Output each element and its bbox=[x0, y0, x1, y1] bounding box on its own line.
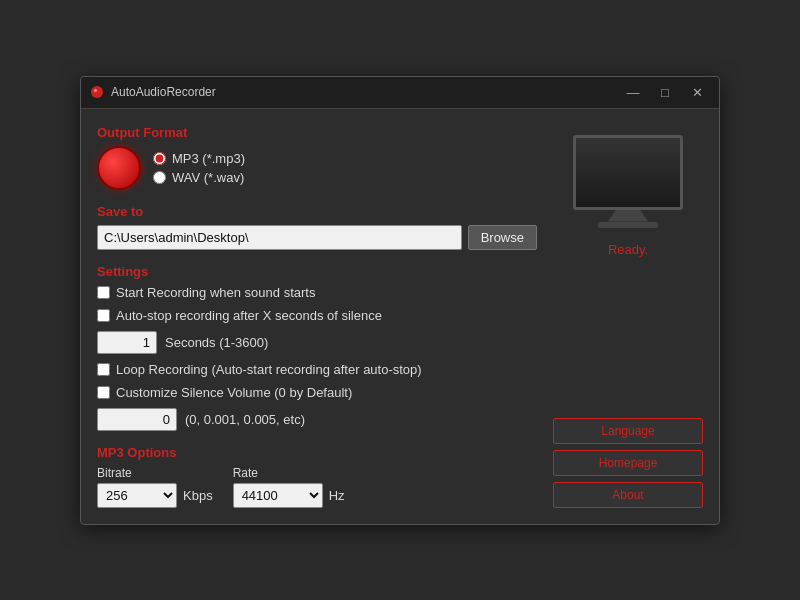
rate-group: Rate 8000 11025 22050 44100 48000 Hz bbox=[233, 466, 345, 508]
window-controls: — □ ✕ bbox=[619, 82, 711, 102]
loop-recording-option[interactable]: Loop Recording (Auto-start recording aft… bbox=[97, 362, 537, 377]
silence-hint: (0, 0.001, 0.005, etc) bbox=[185, 412, 305, 427]
wav-label: WAV (*.wav) bbox=[172, 170, 244, 185]
left-panel: Output Format MP3 (*.mp3) WAV (*.wav) Sa… bbox=[97, 125, 537, 508]
path-row: Browse bbox=[97, 225, 537, 250]
save-to-header: Save to bbox=[97, 204, 537, 219]
main-window: AutoAudioRecorder — □ ✕ Output Format MP… bbox=[80, 76, 720, 525]
bitrate-row: 32 64 96 128 192 256 320 Kbps bbox=[97, 483, 213, 508]
titlebar: AutoAudioRecorder — □ ✕ bbox=[81, 77, 719, 109]
auto-stop-label: Auto-stop recording after X seconds of s… bbox=[116, 308, 382, 323]
output-format-section: MP3 (*.mp3) WAV (*.wav) bbox=[97, 146, 537, 190]
bitrate-unit: Kbps bbox=[183, 488, 213, 503]
silence-volume-option[interactable]: Customize Silence Volume (0 by Default) bbox=[97, 385, 537, 400]
about-button[interactable]: About bbox=[553, 482, 703, 508]
silence-input[interactable] bbox=[97, 408, 177, 431]
bitrate-label: Bitrate bbox=[97, 466, 213, 480]
rate-row: 8000 11025 22050 44100 48000 Hz bbox=[233, 483, 345, 508]
app-icon bbox=[89, 84, 105, 100]
content-area: Output Format MP3 (*.mp3) WAV (*.wav) Sa… bbox=[81, 109, 719, 524]
mp3-label: MP3 (*.mp3) bbox=[172, 151, 245, 166]
homepage-button[interactable]: Homepage bbox=[553, 450, 703, 476]
seconds-label: Seconds (1-3600) bbox=[165, 335, 268, 350]
silence-volume-label: Customize Silence Volume (0 by Default) bbox=[116, 385, 352, 400]
svg-point-0 bbox=[91, 86, 103, 98]
auto-stop-option[interactable]: Auto-stop recording after X seconds of s… bbox=[97, 308, 537, 323]
rate-unit: Hz bbox=[329, 488, 345, 503]
silence-volume-checkbox[interactable] bbox=[97, 386, 110, 399]
format-options: MP3 (*.mp3) WAV (*.wav) bbox=[153, 151, 245, 185]
bitrate-group: Bitrate 32 64 96 128 192 256 320 bbox=[97, 466, 213, 508]
save-path-input[interactable] bbox=[97, 225, 462, 250]
right-buttons: Language Homepage About bbox=[553, 418, 703, 508]
seconds-row: Seconds (1-3600) bbox=[97, 331, 537, 354]
save-to-section: Save to Browse bbox=[97, 204, 537, 250]
wav-option[interactable]: WAV (*.wav) bbox=[153, 170, 245, 185]
bitrate-select[interactable]: 32 64 96 128 192 256 320 bbox=[97, 483, 177, 508]
mp3-fields: Bitrate 32 64 96 128 192 256 320 bbox=[97, 466, 537, 508]
maximize-button[interactable]: □ bbox=[651, 82, 679, 102]
settings-section: Settings Start Recording when sound star… bbox=[97, 264, 537, 431]
browse-button[interactable]: Browse bbox=[468, 225, 537, 250]
silence-value-row: (0, 0.001, 0.005, etc) bbox=[97, 408, 537, 431]
output-format-header: Output Format bbox=[97, 125, 537, 140]
start-recording-checkbox[interactable] bbox=[97, 286, 110, 299]
start-recording-label: Start Recording when sound starts bbox=[116, 285, 315, 300]
mp3-option[interactable]: MP3 (*.mp3) bbox=[153, 151, 245, 166]
auto-stop-checkbox[interactable] bbox=[97, 309, 110, 322]
mp3-radio[interactable] bbox=[153, 152, 166, 165]
rate-select[interactable]: 8000 11025 22050 44100 48000 bbox=[233, 483, 323, 508]
svg-point-1 bbox=[94, 89, 97, 92]
monitor-base bbox=[598, 222, 658, 228]
close-button[interactable]: ✕ bbox=[683, 82, 711, 102]
monitor-screen bbox=[573, 135, 683, 210]
record-icon bbox=[97, 146, 141, 190]
mp3-options-section: MP3 Options Bitrate 32 64 96 128 192 256 bbox=[97, 445, 537, 508]
start-recording-option[interactable]: Start Recording when sound starts bbox=[97, 285, 537, 300]
rate-label: Rate bbox=[233, 466, 345, 480]
settings-header: Settings bbox=[97, 264, 537, 279]
seconds-input[interactable] bbox=[97, 331, 157, 354]
mp3-options-header: MP3 Options bbox=[97, 445, 537, 460]
loop-recording-checkbox[interactable] bbox=[97, 363, 110, 376]
status-text: Ready. bbox=[608, 242, 648, 257]
wav-radio[interactable] bbox=[153, 171, 166, 184]
loop-recording-label: Loop Recording (Auto-start recording aft… bbox=[116, 362, 422, 377]
monitor-display bbox=[573, 135, 683, 228]
minimize-button[interactable]: — bbox=[619, 82, 647, 102]
window-title: AutoAudioRecorder bbox=[111, 85, 619, 99]
right-panel: Ready. Language Homepage About bbox=[553, 125, 703, 508]
language-button[interactable]: Language bbox=[553, 418, 703, 444]
monitor-stand bbox=[608, 210, 648, 222]
